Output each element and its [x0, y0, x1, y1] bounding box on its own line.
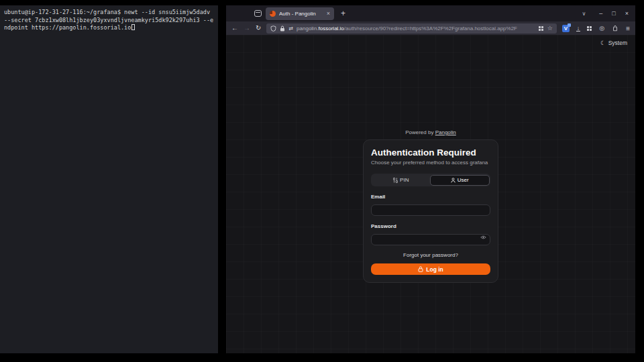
back-icon[interactable]: ← [231, 25, 238, 32]
pangolin-link[interactable]: Pangolin [435, 129, 456, 135]
email-input[interactable] [371, 204, 490, 216]
tracking-shield-icon[interactable] [270, 25, 276, 32]
download-icon[interactable]: ↓ [577, 25, 580, 32]
auth-method-tabs: PIN User [371, 174, 490, 186]
auth-card: Authentication Required Choose your pref… [363, 139, 498, 283]
window-close-icon[interactable]: × [625, 10, 629, 17]
terminal-line: ubuntu@ip-172-31-27-116:~/grafana$ newt … [4, 9, 214, 17]
bookmark-star-icon[interactable]: ☆ [547, 25, 553, 32]
browser-window: Auth - Pangolin × + ∨ – □ × ← → ↻ ⇄ pang… [226, 5, 635, 353]
terminal-window[interactable]: ubuntu@ip-172-31-27-116:~/grafana$ newt … [0, 5, 218, 353]
forward-icon[interactable]: → [244, 25, 250, 32]
tab-pin[interactable]: PIN [372, 175, 431, 186]
terminal-line: ndpoint https://pangolin.fossorial.io [4, 24, 214, 32]
swap-arrows-icon[interactable]: ⇄ [288, 25, 293, 32]
theme-toggle-label: System [608, 40, 627, 46]
user-icon [451, 178, 455, 183]
tab-pin-label: PIN [400, 177, 409, 183]
card-subtitle: Choose your preferred method to access g… [371, 160, 490, 166]
puzzle-extensions-icon[interactable] [612, 25, 619, 32]
url-bar[interactable]: ⇄ pangolin.fossorial.io/auth/resource/90… [266, 23, 556, 34]
email-label: Email [371, 194, 490, 200]
tab-user-label: User [458, 177, 469, 183]
tab-user[interactable]: User [430, 175, 490, 186]
window-maximize-icon[interactable]: □ [612, 10, 615, 17]
browser-toolbar: ← → ↻ ⇄ pangolin.fossorial.io/auth/resou… [226, 21, 635, 35]
login-button-label: Log in [426, 266, 443, 273]
tab-auth-pangolin[interactable]: Auth - Pangolin × [266, 7, 334, 20]
record-circle-extension-icon[interactable]: ◎ [599, 25, 604, 32]
hamburger-menu-icon[interactable]: ≡ [626, 25, 630, 32]
list-all-tabs-chevron-icon[interactable]: ∨ [582, 11, 586, 17]
window-minimize-icon[interactable]: – [599, 10, 602, 17]
https-lock-icon[interactable] [280, 25, 285, 32]
password-input[interactable] [371, 234, 490, 245]
moon-icon: ☾ [600, 40, 606, 46]
theme-toggle[interactable]: ☾ System [600, 40, 627, 46]
eye-icon[interactable] [480, 235, 486, 240]
terminal-line: --secret 7cbz1xw08lh1jbzey03yxvndljvneam… [4, 17, 214, 25]
url-text: pangolin.fossorial.io/auth/resource/90?r… [297, 25, 535, 32]
reload-icon[interactable]: ↻ [256, 25, 261, 32]
login-button[interactable]: Log in [371, 263, 490, 275]
vimium-extension-icon[interactable]: V [562, 25, 570, 32]
tab-close-icon[interactable]: × [327, 10, 330, 17]
extensions-grid-icon[interactable] [587, 26, 592, 31]
pangolin-favicon [270, 11, 276, 17]
powered-by: Powered by Pangolin [363, 129, 498, 135]
firefox-view-icon[interactable] [254, 10, 262, 17]
forgot-password-link[interactable]: Forgot your password? [371, 252, 490, 258]
new-tab-button[interactable]: + [338, 9, 348, 18]
password-label: Password [371, 223, 490, 229]
tab-title: Auth - Pangolin [279, 11, 323, 17]
page-content: ☾ System Powered by Pangolin Authenticat… [226, 35, 635, 353]
auth-section: Powered by Pangolin Authentication Requi… [363, 129, 498, 283]
binary-icon [393, 178, 398, 183]
terminal-cursor [131, 24, 135, 30]
card-title: Authentication Required [371, 147, 490, 158]
lock-icon [418, 266, 423, 272]
browser-tab-bar: Auth - Pangolin × + ∨ – □ × [226, 5, 635, 21]
containers-grid-icon[interactable] [539, 26, 543, 31]
